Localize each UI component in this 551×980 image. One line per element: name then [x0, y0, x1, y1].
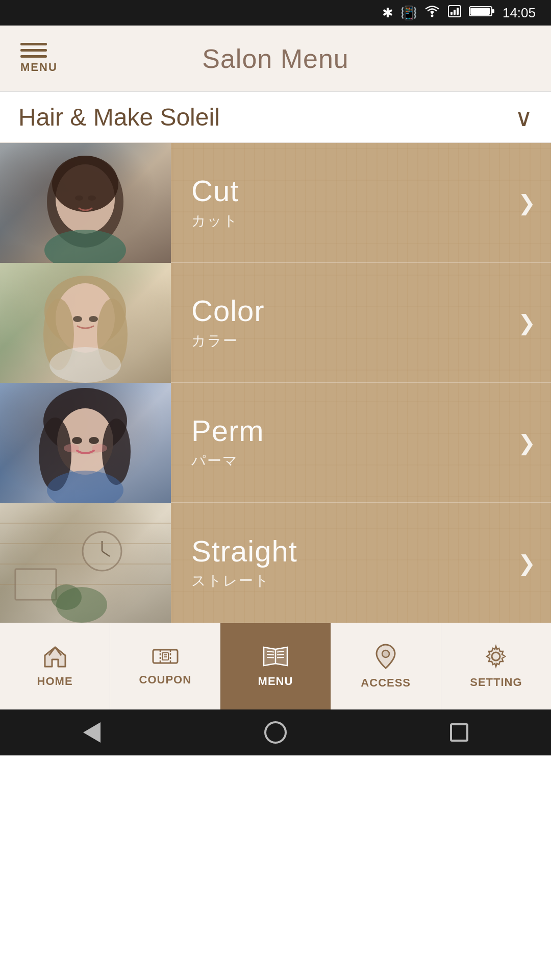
status-bar: ✱ 📳 14:05 [0, 0, 551, 26]
svg-line-51 [277, 654, 284, 655]
nav-item-setting[interactable]: SETTING [441, 623, 551, 709]
svg-point-20 [49, 347, 121, 383]
nav-label-home: HOME [37, 675, 73, 688]
svg-line-52 [277, 657, 284, 658]
android-back-button[interactable] [77, 717, 107, 748]
svg-point-18 [73, 316, 82, 322]
nav-item-menu[interactable]: MENU [220, 623, 331, 709]
app-header: MENU Salon Menu [0, 26, 551, 92]
color-arrow-icon: ❯ [518, 310, 536, 335]
svg-point-25 [72, 437, 82, 444]
straight-text: Straight ストレート ❯ [171, 503, 551, 623]
nav-label-access: ACCESS [361, 676, 411, 690]
cut-title-jp: カット [191, 211, 536, 231]
hamburger-menu-button[interactable]: MENU [20, 43, 58, 74]
menu-content: Cut カット ❯ Color カラー ❯ [0, 143, 551, 623]
svg-line-48 [267, 654, 274, 655]
color-title-en: Color [191, 295, 536, 327]
svg-point-11 [75, 195, 83, 201]
settings-gear-icon [484, 644, 508, 671]
cut-photo [0, 143, 171, 263]
battery-icon [469, 5, 495, 21]
perm-title-jp: パーマ [191, 451, 536, 471]
android-recents-button[interactable] [444, 717, 474, 748]
perm-text: Perm パーマ ❯ [171, 383, 551, 502]
android-nav-bar [0, 709, 551, 755]
status-icons: ✱ 📳 14:05 [382, 5, 536, 21]
access-pin-icon [375, 644, 396, 671]
svg-point-53 [382, 650, 389, 657]
color-photo [0, 263, 171, 383]
nav-label-setting: SETTING [470, 676, 522, 689]
sim-icon [447, 5, 462, 21]
bottom-nav: HOME COUPON [0, 623, 551, 709]
color-title-jp: カラー [191, 331, 536, 351]
svg-rect-37 [15, 569, 56, 600]
home-icon [43, 645, 67, 670]
time-display: 14:05 [503, 5, 536, 21]
wifi-icon [424, 5, 440, 21]
svg-point-26 [89, 437, 99, 444]
android-home-button[interactable] [260, 717, 291, 748]
color-text: Color カラー ❯ [171, 263, 551, 382]
cut-title-en: Cut [191, 175, 536, 207]
straight-arrow-icon: ❯ [518, 550, 536, 575]
page-title: Salon Menu [202, 43, 349, 74]
menu-row-cut[interactable]: Cut カット ❯ [0, 143, 551, 263]
salon-name-bar[interactable]: Hair & Make Soleil ∨ [0, 92, 551, 143]
bluetooth-icon: ✱ [382, 5, 393, 21]
menu-row-color[interactable]: Color カラー ❯ [0, 263, 551, 383]
chevron-down-icon[interactable]: ∨ [515, 103, 533, 132]
nav-label-coupon: COUPON [139, 673, 192, 687]
straight-photo [0, 503, 171, 623]
nav-item-coupon[interactable]: COUPON [110, 623, 220, 709]
svg-rect-6 [492, 9, 494, 13]
perm-photo [0, 383, 171, 503]
nav-item-home[interactable]: HOME [0, 623, 110, 709]
menu-row-straight[interactable]: Straight ストレート ❯ [0, 503, 551, 623]
svg-point-19 [89, 316, 98, 322]
cut-arrow-icon: ❯ [518, 190, 536, 215]
salon-name: Hair & Make Soleil [18, 103, 220, 131]
perm-arrow-icon: ❯ [518, 430, 536, 455]
cut-text: Cut カット ❯ [171, 143, 551, 262]
svg-point-10 [52, 156, 118, 212]
straight-title-en: Straight [191, 535, 536, 568]
straight-title-jp: ストレート [191, 571, 536, 591]
perm-title-en: Perm [191, 414, 536, 447]
menu-row-perm[interactable]: Perm パーマ ❯ [0, 383, 551, 503]
vibrate-icon: 📳 [400, 5, 417, 21]
svg-point-39 [51, 584, 82, 610]
svg-point-0 [431, 14, 433, 17]
menu-book-icon [262, 645, 289, 670]
svg-point-12 [88, 195, 96, 201]
svg-rect-2 [450, 12, 453, 15]
nav-item-access[interactable]: ACCESS [331, 623, 441, 709]
menu-icon-label: MENU [20, 61, 58, 74]
menu-icon[interactable] [20, 43, 58, 58]
nav-label-menu: MENU [258, 675, 293, 688]
svg-rect-3 [454, 10, 456, 15]
svg-rect-4 [457, 8, 459, 15]
coupon-icon [152, 647, 179, 668]
svg-point-13 [44, 230, 126, 263]
svg-line-49 [267, 657, 274, 658]
svg-rect-7 [470, 8, 490, 15]
